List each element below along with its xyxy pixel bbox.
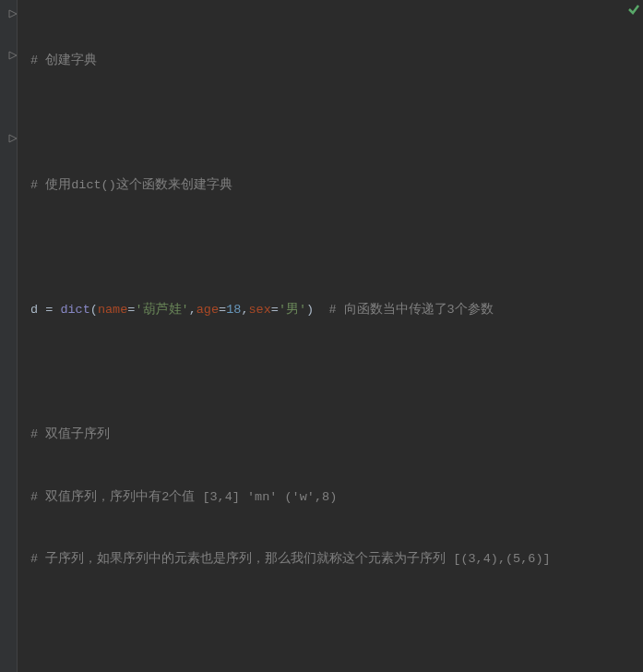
comment-text: # 使用dict()这个函数来创建字典 — [30, 178, 232, 192]
kwarg-text: age — [196, 303, 219, 317]
comment-text: # 双值子序列 — [30, 427, 110, 441]
comment-text: # 创建字典 — [30, 54, 97, 67]
fold-marker-icon[interactable] — [8, 9, 18, 18]
kwarg-text: sex — [248, 303, 270, 317]
paren-text: ( — [90, 303, 98, 317]
paren-text: ) — [306, 303, 314, 317]
func-text: dict — [60, 303, 89, 317]
string-text: '男' — [279, 303, 306, 317]
var-text: d — [30, 303, 45, 317]
number-text: 18 — [226, 303, 241, 317]
op-text: = — [219, 303, 226, 317]
string-text: '葫芦娃' — [135, 303, 188, 317]
fold-marker-icon[interactable] — [8, 134, 18, 143]
comment-text: # 子序列，如果序列中的元素也是序列，那么我们就称这个元素为子序列 [(3,4)… — [30, 552, 551, 566]
kwarg-text: name — [98, 303, 127, 317]
fold-gutter — [0, 0, 18, 672]
op-text: = — [45, 303, 60, 317]
comment-text: # 双值序列，序列中有2个值 [3,4] 'mn' ('w',8) — [30, 490, 337, 504]
op-text: = — [271, 303, 279, 317]
code-area[interactable]: # 创建字典 # 使用dict()这个函数来创建字典 d = dict(name… — [18, 0, 643, 672]
fold-marker-icon[interactable] — [8, 51, 18, 60]
comment-text: # 向函数当中传递了3个参数 — [314, 303, 494, 317]
analysis-ok-icon[interactable] — [627, 3, 640, 19]
comma-text: , — [189, 303, 196, 317]
code-editor[interactable]: # 创建字典 # 使用dict()这个函数来创建字典 d = dict(name… — [0, 0, 643, 672]
